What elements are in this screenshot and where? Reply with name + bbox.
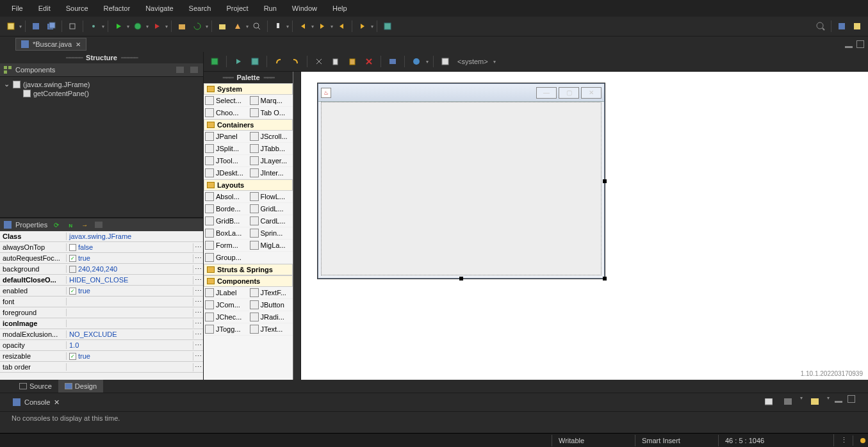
menu-edit[interactable]: Edit xyxy=(32,3,57,14)
tab-design[interactable]: Design xyxy=(58,380,103,393)
palette-item-arrow[interactable]: Select... xyxy=(204,95,249,107)
palette-category[interactable]: Layouts xyxy=(204,179,293,191)
refresh-design-icon[interactable] xyxy=(231,54,245,69)
file-tab-buscar[interactable]: *Buscar.java ✕ xyxy=(15,38,86,51)
jframe-preview[interactable]: ♨ — ▢ ✕ xyxy=(318,83,605,279)
palette-item-border[interactable]: Borde... xyxy=(204,203,249,215)
menu-source[interactable]: Source xyxy=(60,3,95,14)
property-more-icon[interactable]: ⋯ xyxy=(193,309,203,317)
palette-item-textarea[interactable]: JText... xyxy=(249,323,293,336)
palette-item-check[interactable]: JChec... xyxy=(204,311,249,323)
palette-item-box[interactable]: BoxLa... xyxy=(204,227,249,240)
property-row[interactable]: opacity1.0⋯ xyxy=(0,340,203,351)
property-more-icon[interactable]: ⋯ xyxy=(193,330,203,339)
property-more-icon[interactable]: ⋯ xyxy=(193,298,203,306)
property-row[interactable]: Classjavax.swing.JFrame xyxy=(0,231,203,242)
component-tree[interactable]: ⌄ (javax.swing.JFrame) getContentPane() xyxy=(0,76,203,217)
palette-item-text[interactable]: JTextF... xyxy=(249,287,293,299)
palette-item-tool[interactable]: JTool... xyxy=(204,155,249,167)
property-row[interactable]: defaultCloseO...HIDE_ON_CLOSE⋯ xyxy=(0,275,203,286)
property-more-icon[interactable]: ⋯ xyxy=(193,276,203,284)
expand-all-icon[interactable] xyxy=(175,65,185,74)
palette-category[interactable]: Struts & Springs xyxy=(204,264,293,275)
palette-item-combo[interactable]: JCom... xyxy=(204,299,249,311)
palette-item-form[interactable]: Form... xyxy=(204,240,249,252)
property-value[interactable]: ✓true xyxy=(67,352,193,360)
palette-item-button[interactable]: JButton xyxy=(249,299,293,311)
checkbox-icon[interactable] xyxy=(69,244,76,251)
palette-item-scroll[interactable]: JScroll... xyxy=(249,131,293,143)
refresh-icon[interactable] xyxy=(190,19,204,33)
palette-item-choose[interactable]: Choo... xyxy=(204,107,249,119)
vertical-splitter[interactable] xyxy=(293,72,301,380)
jframe-content-area[interactable] xyxy=(321,102,602,275)
property-row[interactable]: alwaysOnTopfalse⋯ xyxy=(0,242,203,253)
new-package-icon[interactable] xyxy=(175,19,189,33)
property-more-icon[interactable]: ⋯ xyxy=(193,363,203,371)
property-more-icon[interactable]: ⋯ xyxy=(193,287,203,295)
palette-item-card[interactable]: CardL... xyxy=(249,215,293,227)
redo-icon[interactable] xyxy=(288,54,302,69)
property-more-icon[interactable]: ⋯ xyxy=(193,265,203,273)
property-more-icon[interactable]: ⋯ xyxy=(193,320,203,328)
menu-help[interactable]: Help xyxy=(326,3,354,14)
minimize-editor-icon[interactable] xyxy=(845,40,853,48)
menu-file[interactable]: File xyxy=(5,3,29,14)
property-value[interactable]: ✓true xyxy=(67,254,193,262)
checkbox-icon[interactable]: ✓ xyxy=(69,255,76,262)
forward-icon[interactable] xyxy=(315,19,329,33)
palette-item-radio[interactable]: JRadi... xyxy=(249,311,293,323)
property-more-icon[interactable]: ⋯ xyxy=(193,341,203,350)
new-icon[interactable] xyxy=(4,19,18,33)
palette-item-gridb[interactable]: GridB... xyxy=(204,215,249,227)
resize-handle-s[interactable] xyxy=(459,277,463,280)
palette-item-desk[interactable]: JDeskt... xyxy=(204,167,249,179)
property-row[interactable]: resizable✓true⋯ xyxy=(0,351,203,362)
reparse-icon[interactable] xyxy=(248,54,262,69)
palette-item-group[interactable]: Group... xyxy=(204,252,293,264)
maximize-window-icon[interactable]: ▢ xyxy=(559,87,579,99)
show-advanced-icon[interactable]: ⟳ xyxy=(51,220,61,229)
property-value[interactable]: javax.swing.JFrame xyxy=(67,232,203,240)
paste-icon[interactable] xyxy=(345,54,359,69)
checkbox-icon[interactable]: ✓ xyxy=(69,353,76,360)
property-more-icon[interactable]: ⋯ xyxy=(193,352,203,361)
run-icon[interactable] xyxy=(111,19,126,33)
palette-item-layer[interactable]: JLayer... xyxy=(249,155,293,167)
variable-icon[interactable] xyxy=(94,220,104,229)
copy-icon[interactable] xyxy=(329,54,343,69)
minimize-window-icon[interactable]: — xyxy=(536,87,557,99)
status-indicator-icon[interactable] xyxy=(853,435,868,446)
palette-item-flow[interactable]: FlowL... xyxy=(249,191,293,203)
property-value[interactable]: 240,240,240 xyxy=(67,265,193,273)
palette-category[interactable]: Containers xyxy=(204,119,293,131)
console-open-icon[interactable] xyxy=(808,395,822,409)
undo-icon[interactable] xyxy=(272,54,286,69)
checkbox-icon[interactable]: ✓ xyxy=(69,288,76,295)
preview-icon[interactable] xyxy=(386,54,400,69)
palette-scroll[interactable]: SystemSelect...Marq...Choo...Tab O...Con… xyxy=(204,83,293,380)
perspective-icon[interactable] xyxy=(835,19,849,33)
close-console-icon[interactable]: ✕ xyxy=(54,398,60,407)
laf-icon[interactable] xyxy=(438,54,452,69)
prev-icon[interactable] xyxy=(334,19,348,33)
java-perspective-icon[interactable] xyxy=(850,19,864,33)
system-laf-label[interactable]: <system> xyxy=(455,58,491,65)
properties-grid[interactable]: Classjavax.swing.JFramealwaysOnTopfalse⋯… xyxy=(0,231,203,380)
property-row[interactable]: autoRequestFoc...✓true⋯ xyxy=(0,253,203,264)
pin-icon[interactable] xyxy=(271,19,285,33)
menu-search[interactable]: Search xyxy=(183,3,218,14)
debug-icon[interactable] xyxy=(131,19,145,33)
back-icon[interactable] xyxy=(296,19,310,33)
property-more-icon[interactable]: ⋯ xyxy=(193,243,203,252)
palette-item-tab[interactable]: JTabb... xyxy=(249,143,293,155)
globe-icon[interactable] xyxy=(409,54,423,69)
palette-item-tab[interactable]: Tab O... xyxy=(249,107,293,119)
show-events-icon[interactable]: ɴ xyxy=(65,220,76,229)
status-overflow-icon[interactable]: ⋮ xyxy=(833,434,853,446)
console-minimize-icon[interactable] xyxy=(835,395,842,403)
save-all-icon[interactable] xyxy=(44,19,58,33)
property-row[interactable]: modalExclusion...NO_EXCLUDE⋯ xyxy=(0,329,203,340)
palette-item-label[interactable]: JLabel xyxy=(204,287,249,299)
tab-source[interactable]: Source xyxy=(13,380,58,393)
